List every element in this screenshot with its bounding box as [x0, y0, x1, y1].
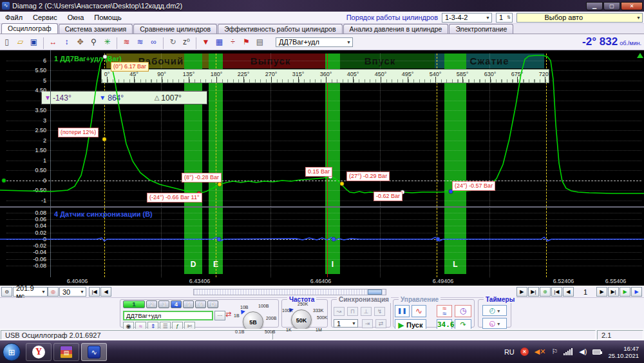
pause-button[interactable]: ❚❚ — [395, 305, 410, 317]
table-icon[interactable]: ▦ — [213, 35, 226, 48]
taskbar-winrar-button[interactable]: ▤ — [53, 343, 79, 361]
preset-select[interactable]: ДД7Ваг+удл▼ — [276, 37, 353, 47]
nav-button[interactable]: ◀ — [563, 287, 574, 297]
channel-button-5[interactable]: 5 — [183, 300, 194, 308]
nav-button[interactable]: ◀ — [100, 287, 111, 297]
measure-point[interactable] — [436, 237, 440, 241]
preset-browse-button[interactable]: ··· — [214, 311, 225, 320]
sync-option-button[interactable]: ⇥ — [362, 319, 373, 328]
taskbar-diamag-button[interactable]: ∿ — [81, 343, 107, 361]
channel-button-4[interactable]: 4 — [171, 300, 182, 308]
zoom-out-button[interactable]: ⊖ — [1, 287, 12, 297]
zoom-horizontal-icon[interactable]: ↔ — [46, 35, 60, 48]
knob-label: 333K — [313, 308, 323, 313]
zoom-vertical-icon[interactable]: ↕ — [60, 35, 73, 48]
avg-select[interactable]: 30▼ — [59, 287, 86, 297]
measure-point[interactable] — [2, 179, 6, 182]
nav-button[interactable]: ▶ — [596, 287, 607, 297]
single-wave-button[interactable]: ∿ — [412, 305, 426, 317]
play-all-button[interactable]: ▶ — [631, 287, 642, 297]
nav-button[interactable]: ▶| — [608, 287, 619, 297]
battery-icon[interactable] — [592, 349, 601, 355]
menu-Окна[interactable]: Окна — [62, 12, 90, 23]
measure-point[interactable] — [332, 237, 336, 241]
channel-button-1[interactable]: 1 — [123, 300, 145, 308]
play-button[interactable]: ▶ — [620, 287, 630, 297]
frequency-knob[interactable]: 50K — [291, 309, 312, 330]
tab-Анализ давления в цилиндре[interactable]: Анализ давления в цилиндре — [343, 24, 449, 34]
tab-Электропитание[interactable]: Электропитание — [449, 24, 513, 34]
time-div-select[interactable]: 201.9 мс▼ — [13, 287, 48, 297]
volume-icon[interactable]: ◀) — [579, 348, 587, 356]
auto-timer-button[interactable]: ◷ — [455, 305, 471, 317]
filter-icon[interactable]: ▼ — [199, 35, 213, 48]
auto-fit-icon[interactable]: ✳ — [100, 35, 114, 48]
nav-button[interactable]: |◀ — [551, 287, 562, 297]
magnifier-icon[interactable]: ⚲ — [87, 35, 100, 48]
measure-point[interactable] — [102, 137, 106, 141]
horizontal-scrollbar[interactable] — [193, 289, 386, 295]
sync-mode-button[interactable]: ↝ — [334, 307, 345, 316]
muted-speaker-icon[interactable]: ◀✕ — [535, 348, 546, 356]
flag-icon[interactable]: ⚑ — [240, 35, 253, 48]
close-button[interactable]: ✕ — [621, 2, 643, 10]
tab-Осциллограф[interactable]: Осциллограф — [1, 23, 58, 34]
nav-button[interactable]: ▶ — [516, 287, 527, 297]
maximize-button[interactable]: ▢ — [603, 2, 620, 10]
channel-button-D[interactable]: D — [207, 300, 218, 308]
sync-mode-button[interactable]: ↯ — [374, 307, 385, 316]
save-icon[interactable]: ▣ — [27, 35, 41, 48]
multi-wave-button[interactable]: ≈≈ — [437, 305, 452, 317]
nav-button[interactable]: ▶| — [528, 287, 539, 297]
open-folder-icon[interactable]: ▱ — [14, 35, 27, 48]
rpm-readout: -2° 832 об./мин. — [582, 35, 641, 48]
scrollbar-thumb[interactable] — [368, 289, 382, 295]
sync-option-button[interactable]: ⇄ — [375, 319, 386, 328]
sync-source-select[interactable]: 1▼ — [334, 319, 358, 328]
nav-button[interactable]: |◀ — [89, 287, 100, 297]
cylinder-order-select[interactable]: 1-3-4-2▼ — [442, 13, 492, 23]
new-file-icon[interactable]: ▯ — [0, 35, 14, 48]
network-signal-icon[interactable] — [564, 348, 573, 355]
cylinder-count-spinner[interactable]: 1⇅ — [496, 13, 513, 23]
channel-button-3[interactable]: 3 — [158, 300, 169, 308]
language-indicator[interactable]: RU — [504, 348, 515, 356]
action-center-flag-icon[interactable]: ⚐ — [551, 348, 558, 356]
minimize-button[interactable]: ▁ — [586, 2, 603, 10]
notification-icon[interactable]: ✕ — [520, 348, 529, 356]
close-signal-icon[interactable]: ≋ — [120, 35, 133, 48]
taskbar-yandex-button[interactable]: Y — [26, 343, 52, 361]
tab-Эффективность работы цилиндров[interactable]: Эффективность работы цилиндров — [218, 24, 342, 34]
sync-mode-button[interactable]: ⊓ — [347, 307, 358, 316]
menu-Помощь[interactable]: Помощь — [89, 12, 127, 23]
measure-point[interactable] — [103, 55, 107, 59]
measure-point[interactable] — [340, 182, 344, 186]
measure-point[interactable] — [218, 182, 222, 186]
divide-icon[interactable]: ÷ — [226, 35, 240, 48]
hand-icon[interactable]: ✥ — [73, 35, 87, 48]
channel-button-2[interactable]: 2 — [146, 300, 157, 308]
xy-plot-icon[interactable]: ∞ — [147, 35, 160, 48]
timer2-button[interactable]: ◵ ▾ — [482, 318, 507, 329]
clock[interactable]: 16:4725.10.2021 — [608, 345, 639, 359]
nav-button[interactable]: ⊕ — [540, 287, 551, 297]
oscilloscope-chart[interactable]: РабочийВыпускВпускСжатие DEIL 0°45°90°13… — [0, 50, 644, 286]
application-window: ∿ Diamag 2 (C:\Users\Анастасия\Desktop\1… — [0, 0, 644, 363]
auto-measure-icon[interactable]: ↻ — [166, 35, 180, 48]
preset-input[interactable] — [123, 311, 213, 320]
annotation: -0.62 Bar — [374, 191, 402, 201]
menu-Сервис[interactable]: Сервис — [28, 12, 62, 23]
report-icon[interactable]: ▤ — [253, 35, 267, 48]
menu-Файл[interactable]: Файл — [0, 12, 28, 23]
auto-select[interactable]: Выбор авто▼ — [516, 13, 643, 23]
time-measure-icon[interactable]: z⁰ — [180, 35, 193, 48]
trigger-point-button[interactable]: ◎ — [48, 287, 59, 297]
tab-Система зажигания[interactable]: Система зажигания — [59, 24, 133, 34]
channel-button-6[interactable]: 6 — [195, 300, 206, 308]
measure-point[interactable] — [217, 237, 221, 241]
overlay-waves-icon[interactable]: ≋ — [133, 35, 147, 48]
tab-Сравнение цилиндров[interactable]: Сравнение цилиндров — [133, 24, 217, 34]
sync-mode-button[interactable]: ⊥ — [361, 307, 372, 316]
start-button[interactable]: ⊞ — [3, 343, 21, 361]
timer1-button[interactable]: ◴ ▾ — [482, 305, 507, 316]
